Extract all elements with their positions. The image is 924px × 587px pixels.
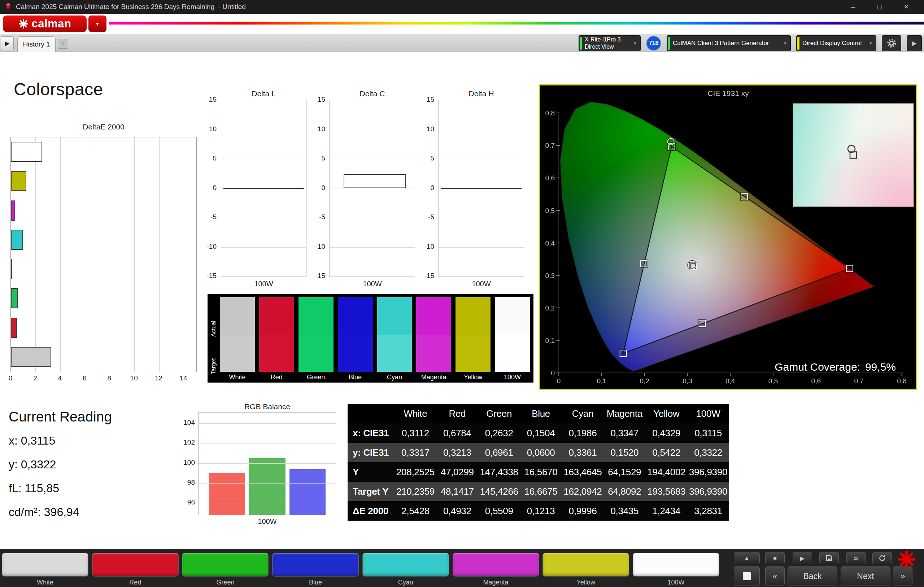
back-button[interactable]: Back xyxy=(787,566,837,586)
table-cell: 194,4002 xyxy=(645,462,687,482)
refresh-icon xyxy=(878,554,886,562)
table-cell: 0,5422 xyxy=(645,443,687,462)
column-header-100w: 100W xyxy=(687,404,729,423)
chevron-down-icon: ▼ xyxy=(95,21,100,27)
logo-bar: calman ▼ xyxy=(0,14,924,34)
skip-back-button[interactable]: « xyxy=(765,566,785,586)
reading-y: y: 0,3322 xyxy=(9,458,112,471)
actual-swatch xyxy=(416,297,451,335)
panel-expand-button[interactable]: ▶ xyxy=(1,36,14,50)
add-tab-button[interactable]: + xyxy=(58,39,68,49)
pattern-window-button[interactable] xyxy=(734,566,760,586)
pattern-generator-dropdown[interactable]: CalMAN Client 3 Pattern Generator ▼ xyxy=(667,35,791,51)
skip-forward-button[interactable]: » xyxy=(893,566,912,586)
y-tick-label: 0 xyxy=(308,184,325,192)
window-title: Calman 2025 Calman Ultimate for Business… xyxy=(16,3,246,11)
meter-count-badge[interactable]: 718 xyxy=(646,36,661,51)
pattern-patch-white[interactable] xyxy=(2,553,88,577)
gridline xyxy=(330,159,415,159)
gridline xyxy=(134,137,135,372)
pattern-patch-blue[interactable] xyxy=(272,553,359,577)
actual-swatch xyxy=(495,297,530,335)
svg-text:0,7: 0,7 xyxy=(545,142,555,149)
calman-splat-icon xyxy=(897,550,916,569)
y-tick-label: 10 xyxy=(308,125,325,133)
delta-c-title: Delta C xyxy=(330,89,415,98)
y-tick-label: 96 xyxy=(178,498,195,506)
gridline xyxy=(159,137,160,372)
delta-zero-bar xyxy=(441,188,521,189)
cie-chart: 00,10,20,30,40,50,60,70,800,10,20,30,40,… xyxy=(539,84,917,390)
table-cell: 3,2831 xyxy=(687,501,729,521)
maximize-button[interactable]: □ xyxy=(866,0,893,14)
table-cell: 396,9390 xyxy=(687,462,729,482)
display-control-dropdown[interactable]: Direct Display Control ▼ xyxy=(796,35,876,51)
pattern-patch-100w[interactable] xyxy=(633,553,719,577)
pattern-patch-green[interactable] xyxy=(182,553,269,577)
y-tick-label: 15 xyxy=(308,95,325,104)
tab-history-1[interactable]: History 1 xyxy=(17,36,56,52)
stop-button[interactable]: ■ xyxy=(765,552,785,564)
table-cell: 1,2434 xyxy=(645,501,687,521)
table-cell: 0,0600 xyxy=(520,443,562,462)
logo-menu-button[interactable]: ▼ xyxy=(88,15,106,32)
save-button[interactable] xyxy=(819,552,839,564)
calman-logo[interactable]: calman xyxy=(3,15,87,32)
svg-text:0,8: 0,8 xyxy=(897,377,906,385)
delta-l-chart: Delta L 100W 151050-5-10-15 xyxy=(199,89,307,291)
x-tick-label: 12 xyxy=(155,374,162,382)
table-cell: 0,3322 xyxy=(687,443,729,462)
swatch-label: Yellow xyxy=(455,372,490,381)
minimize-button[interactable]: – xyxy=(840,0,866,14)
pattern-window-icon xyxy=(743,572,751,580)
gridline xyxy=(35,137,36,372)
table-cell: 210,2359 xyxy=(394,482,436,501)
calman-flower-icon xyxy=(18,19,28,29)
pattern-up-button[interactable]: ▲ xyxy=(734,552,760,564)
reading-cdm2: cd/m²: 396,94 xyxy=(9,505,112,519)
gamut-coverage-label: Gamut Coverage: xyxy=(775,361,860,373)
pattern-patch-yellow[interactable] xyxy=(543,553,629,577)
play-button[interactable]: ▶ xyxy=(793,552,812,564)
colorspace-workspace: Colorspace DeltaE 2000 02468101214 Delta… xyxy=(0,52,924,549)
refresh-button[interactable] xyxy=(872,552,892,564)
loop-button[interactable]: ∞ xyxy=(846,552,866,564)
column-header-cyan: Cyan xyxy=(562,404,604,423)
table-cell: 0,4329 xyxy=(645,423,687,443)
pattern-patch-red[interactable] xyxy=(92,553,179,577)
close-button[interactable]: × xyxy=(893,0,920,14)
y-tick-label: 15 xyxy=(417,95,434,104)
target-swatch xyxy=(455,335,490,372)
rgb-balance-plot xyxy=(198,412,336,515)
table-cell: 64,8092 xyxy=(604,482,645,501)
gridline xyxy=(330,189,415,189)
x-tick-label: 14 xyxy=(179,374,187,382)
patch-label-yellow: Yellow xyxy=(543,579,629,586)
gridline xyxy=(439,159,524,159)
y-tick-label: -10 xyxy=(199,243,216,251)
y-tick-label: -15 xyxy=(308,272,325,280)
actual-swatch xyxy=(377,297,412,335)
table-cell: 0,3115 xyxy=(687,423,729,443)
gridline xyxy=(184,137,184,372)
table-cell: 162,0942 xyxy=(562,482,604,501)
pattern-status-accent xyxy=(668,37,670,50)
swatch-label: Red xyxy=(259,372,294,381)
column-header-red: Red xyxy=(436,404,478,423)
svg-text:0,2: 0,2 xyxy=(545,304,555,312)
settings-gear-button[interactable] xyxy=(882,35,901,51)
pattern-patch-cyan[interactable] xyxy=(362,553,449,577)
toolbar-collapse-button[interactable]: ▶ xyxy=(907,35,922,51)
next-button[interactable]: Next xyxy=(841,566,891,586)
delta-value-bar xyxy=(343,174,406,188)
meter-dropdown[interactable]: X-Rite i1Pro 3 Direct View ▼ xyxy=(579,35,641,51)
y-tick-label: -15 xyxy=(417,272,434,280)
target-swatch xyxy=(338,335,373,372)
svg-text:0,8: 0,8 xyxy=(545,109,555,117)
deltae-bar-red xyxy=(11,318,17,338)
pattern-patch-magenta[interactable] xyxy=(453,553,539,577)
patch-label-white: White xyxy=(2,579,88,586)
reading-fl: fL: 115,85 xyxy=(9,482,112,495)
delta-c-plot xyxy=(330,100,415,277)
target-swatch xyxy=(220,335,255,372)
